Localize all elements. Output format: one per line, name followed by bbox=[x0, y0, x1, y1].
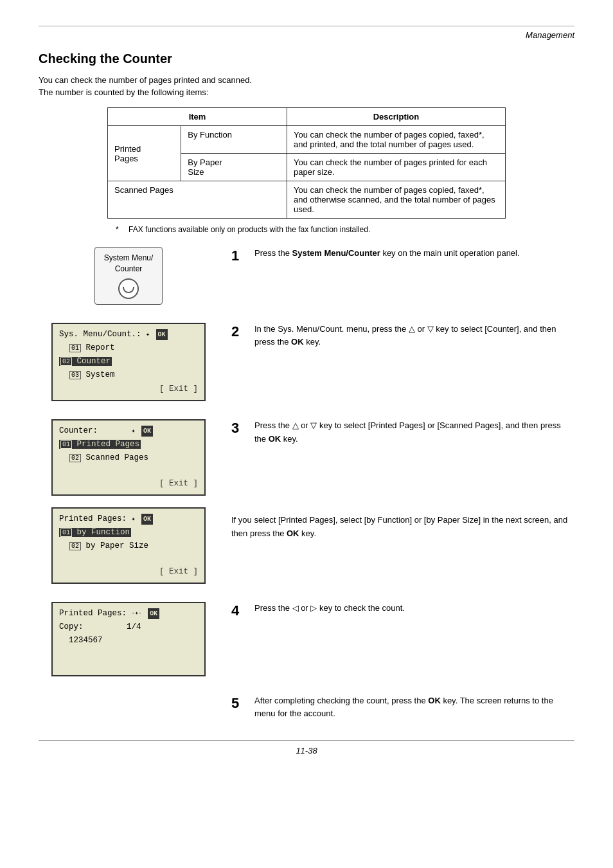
step-5-text-block: 5 After completing checking the count, p… bbox=[231, 694, 574, 721]
lcd-c-title: Counter: bbox=[59, 424, 98, 438]
lcd-c-spacer bbox=[59, 466, 198, 477]
step-3-text-block: 3 Press the △ or ▽ key to select [Printe… bbox=[231, 419, 574, 446]
footnote: * FAX functions available only on produc… bbox=[116, 225, 574, 234]
step-3-num: 3 bbox=[231, 419, 249, 438]
table-row: Scanned Pages You can check the number o… bbox=[108, 181, 506, 219]
lcd-02: 02 Counter bbox=[59, 357, 112, 366]
lcd-row-1: Sys. Menu/Count.: ✦ OK bbox=[59, 328, 198, 341]
lcd-counter: Counter: ✦ OK 01 Printed Pages 02 Scanne… bbox=[51, 419, 206, 496]
step-5-num: 5 bbox=[231, 694, 249, 713]
step-2-num: 2 bbox=[231, 323, 249, 341]
step-5-row: 5 After completing checking the count, p… bbox=[39, 694, 574, 721]
step-2-image: Sys. Menu/Count.: ✦ OK 01 Report 02 Coun… bbox=[39, 323, 218, 401]
table-header-desc: Description bbox=[287, 108, 506, 126]
lcd-cd-row-3: 1234567 bbox=[59, 634, 198, 647]
step-1-num: 1 bbox=[231, 247, 249, 266]
intro-line1: You can check the number of pages printe… bbox=[39, 75, 574, 85]
lcd-nav-icon: ✦ bbox=[146, 329, 150, 340]
top-rule bbox=[39, 26, 574, 26]
step-3-row: Counter: ✦ OK 01 Printed Pages 02 Scanne… bbox=[39, 419, 574, 496]
lcd-pp-row-1: Printed Pages: ✦ OK bbox=[59, 512, 198, 526]
table-cell-desc-scanned: You can check the number of pages copied… bbox=[287, 181, 506, 219]
lcd-cd-row-1: Printed Pages: ·✦· OK bbox=[59, 607, 198, 620]
step-3-content: 3 Press the △ or ▽ key to select [Printe… bbox=[231, 419, 574, 446]
lcd-cd-row-2: Copy: 1/4 bbox=[59, 620, 198, 634]
lcd-printed-pages: Printed Pages: ✦ OK 01 by Function 02 by… bbox=[51, 507, 206, 584]
lcd-01-label: 01 Report bbox=[59, 341, 115, 355]
lcd-cd-spacer1 bbox=[59, 648, 198, 660]
system-menu-button-illustration: System Menu/Counter bbox=[94, 247, 163, 305]
lcd-02-highlight: 02 Counter bbox=[59, 355, 112, 368]
lcd-cd-title: Printed Pages: bbox=[59, 607, 127, 620]
chapter-header: Management bbox=[39, 30, 574, 40]
btn-circle bbox=[118, 278, 139, 299]
lcd-03-label: 03 System bbox=[59, 368, 115, 382]
step-5-text: After completing checking the count, pre… bbox=[254, 694, 574, 721]
step-1-image: System Menu/Counter bbox=[39, 247, 218, 305]
lcd-line1: Sys. Menu/Count.: bbox=[59, 328, 141, 341]
lcd-count-display: Printed Pages: ·✦· OK Copy: 1/4 1234567 bbox=[51, 602, 206, 676]
lcd-pp-01: 01 by Function bbox=[59, 526, 131, 539]
table-cell-by-paper-size: By PaperSize bbox=[181, 154, 287, 181]
step-5-content: 5 After completing checking the count, p… bbox=[231, 694, 574, 721]
step-2-text-block: 2 In the Sys. Menu/Count. menu, press th… bbox=[231, 323, 574, 350]
lcd-cd-nav: ·✦· bbox=[132, 609, 142, 619]
table-header-item: Item bbox=[108, 108, 287, 126]
step-1-content: 1 Press the System Menu/Counter key on t… bbox=[231, 247, 574, 266]
section-title: Checking the Counter bbox=[39, 51, 574, 66]
step-3b-image: Printed Pages: ✦ OK 01 by Function 02 by… bbox=[39, 507, 218, 584]
lcd-c-row-2: 01 Printed Pages bbox=[59, 438, 198, 451]
lcd-ok: OK bbox=[156, 329, 168, 340]
step-3b-subtext: If you select [Printed Pages], select [b… bbox=[231, 507, 574, 541]
table-cell-desc-bypaper: You can check the number of pages printe… bbox=[287, 154, 506, 181]
lcd-cd-ok: OK bbox=[148, 608, 159, 619]
step-3-subtext-bold: OK bbox=[287, 529, 299, 538]
step-2-row: Sys. Menu/Count.: ✦ OK 01 Report 02 Coun… bbox=[39, 323, 574, 401]
lcd-pp-ok: OK bbox=[141, 514, 153, 525]
lcd-pp-02: 02 by Paper Size bbox=[59, 539, 148, 553]
counter-table: Item Description PrintedPages By Functio… bbox=[107, 107, 506, 219]
lcd-sys-menu: Sys. Menu/Count.: ✦ OK 01 Report 02 Coun… bbox=[51, 323, 206, 401]
lcd-03: 03 bbox=[69, 371, 81, 379]
footnote-star: * bbox=[116, 225, 125, 234]
lcd-pp-nav: ✦ bbox=[132, 514, 136, 525]
step-2-content: 2 In the Sys. Menu/Count. menu, press th… bbox=[231, 323, 574, 350]
step-3-image: Counter: ✦ OK 01 Printed Pages 02 Scanne… bbox=[39, 419, 218, 496]
step-3b-row: Printed Pages: ✦ OK 01 by Function 02 by… bbox=[39, 507, 574, 584]
step-1-text-block: 1 Press the System Menu/Counter key on t… bbox=[231, 247, 574, 266]
step-3-subtext: If you select [Printed Pages], select [b… bbox=[231, 514, 574, 541]
table-cell-scanned-pages: Scanned Pages bbox=[108, 181, 287, 219]
lcd-c-01: 01 Printed Pages bbox=[59, 438, 141, 451]
step-4-text: Press the ◁ or ▷ key to check the count. bbox=[254, 602, 405, 615]
lcd-cd-spacer2 bbox=[59, 660, 198, 671]
page-number: 11-38 bbox=[39, 746, 574, 755]
lcd-row-3: 02 Counter bbox=[59, 355, 198, 368]
lcd-cd-value: 1234567 bbox=[59, 634, 103, 647]
lcd-c-exit: [ Exit ] bbox=[59, 477, 198, 491]
step-3-bold: OK bbox=[269, 434, 281, 444]
step-2-text: In the Sys. Menu/Count. menu, press the … bbox=[254, 323, 574, 350]
step-1-text: Press the System Menu/Counter key on the… bbox=[254, 247, 520, 260]
table-cell-by-function: By Function bbox=[181, 126, 287, 154]
lcd-row-2: 01 Report bbox=[59, 341, 198, 355]
step-4-content: 4 Press the ◁ or ▷ key to check the coun… bbox=[231, 602, 574, 620]
lcd-c-row-1: Counter: ✦ OK bbox=[59, 424, 198, 438]
step-4-num: 4 bbox=[231, 602, 249, 620]
step-4-text-block: 4 Press the ◁ or ▷ key to check the coun… bbox=[231, 602, 574, 620]
steps-area: System Menu/Counter 1 Press the System M… bbox=[39, 247, 574, 721]
table-cell-desc-byfunction: You can check the number of pages copied… bbox=[287, 126, 506, 154]
step-5-bold: OK bbox=[428, 696, 441, 705]
step-1-row: System Menu/Counter 1 Press the System M… bbox=[39, 247, 574, 305]
lcd-exit-1: [ Exit ] bbox=[59, 383, 198, 396]
lcd-row-4: 03 System bbox=[59, 368, 198, 382]
step-4-row: Printed Pages: ·✦· OK Copy: 1/4 1234567 … bbox=[39, 602, 574, 676]
bottom-rule bbox=[39, 740, 574, 741]
intro-line2: The number is counted by the following i… bbox=[39, 87, 574, 97]
lcd-c-row-3: 02 Scanned Pages bbox=[59, 451, 198, 465]
step-2-bold: OK bbox=[291, 337, 304, 347]
lcd-cd-copy: Copy: 1/4 bbox=[59, 620, 141, 634]
lcd-c-nav: ✦ bbox=[132, 426, 136, 437]
table-cell-printed-pages: PrintedPages bbox=[108, 126, 181, 181]
step-4-image: Printed Pages: ·✦· OK Copy: 1/4 1234567 bbox=[39, 602, 218, 676]
step-3-text: Press the △ or ▽ key to select [Printed … bbox=[254, 419, 574, 446]
